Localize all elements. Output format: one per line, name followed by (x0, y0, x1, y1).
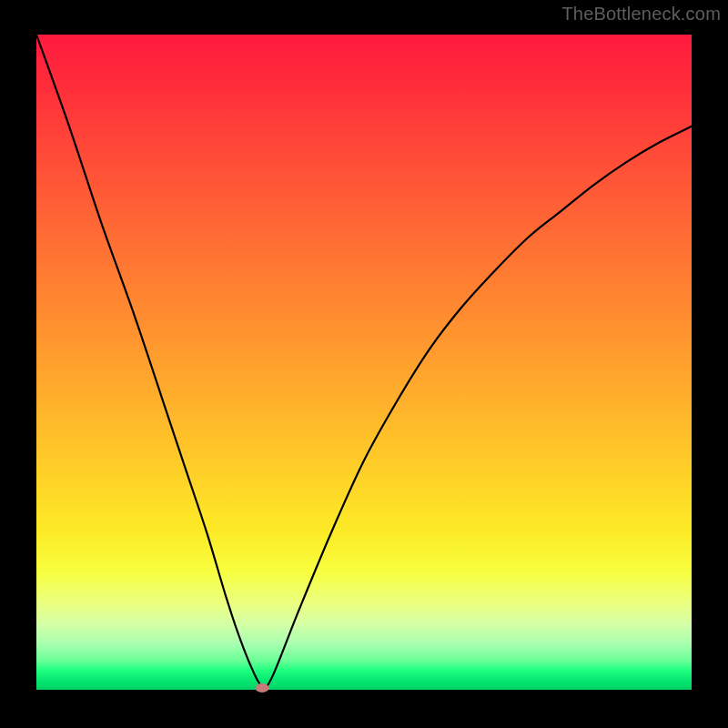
chart-frame: TheBottleneck.com (0, 0, 728, 728)
plot-area (36, 35, 692, 690)
optimal-point-marker (256, 683, 269, 693)
bottleneck-curve (36, 35, 692, 690)
watermark-text: TheBottleneck.com (561, 4, 721, 25)
